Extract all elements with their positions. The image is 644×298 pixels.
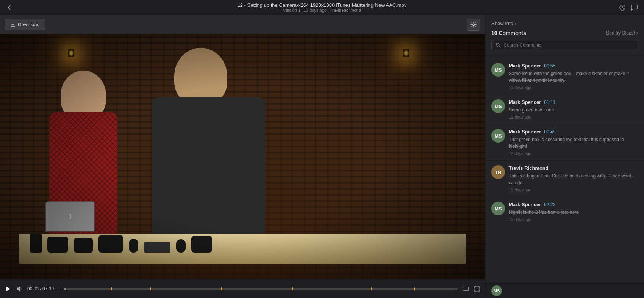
- show-info-label: Show Info: [491, 20, 513, 26]
- comment-date: 12 days ago: [509, 115, 638, 119]
- chat-button[interactable]: [630, 4, 638, 11]
- comment-header-row: Mark Spencer 02:22: [509, 202, 638, 207]
- sort-label: Sort by Oldest: [606, 30, 635, 36]
- comment-body: Travis Richmond This is a bug in Final C…: [509, 165, 638, 192]
- avatar: MS: [491, 129, 505, 143]
- expand-icon: [474, 285, 480, 292]
- laptop-screen: : [45, 201, 95, 232]
- file-subtitle: Version 1 | 13 days ago | Travis Richmon…: [238, 8, 407, 13]
- settings-button[interactable]: [467, 19, 480, 31]
- fullscreen-icon: [462, 285, 469, 292]
- top-bar-left: [6, 4, 13, 11]
- video-toolbar: Download: [0, 15, 485, 34]
- download-label: Download: [18, 22, 40, 27]
- comment-body: Mark Spencer 02:22 Highlight the 24fps f…: [509, 202, 638, 222]
- video-frame: : [0, 34, 485, 279]
- comment-text: That green box is obscuring the text tha…: [509, 136, 638, 150]
- svg-line-6: [499, 46, 501, 48]
- sort-button[interactable]: Sort by Oldest ›: [606, 30, 638, 36]
- comment-date: 12 days ago: [509, 85, 638, 90]
- comments-search[interactable]: [491, 40, 638, 50]
- camera-item-6: [144, 242, 170, 253]
- volume-button[interactable]: [16, 285, 23, 292]
- gear-icon: [470, 21, 477, 28]
- video-controls: 00:03 / 07:39 ÷: [0, 279, 485, 298]
- table-items: [30, 230, 455, 253]
- video-container[interactable]: : [0, 34, 485, 279]
- total-time: 07:39: [42, 286, 54, 292]
- comments-top-row: Show Info ›: [491, 20, 638, 26]
- file-title: L2 - Setting up the Camera-x264 1920x108…: [238, 2, 407, 8]
- comment-text: Same issue with the green box – make it …: [509, 70, 638, 84]
- comment-header-row: Mark Spencer 00:56: [509, 63, 638, 69]
- avatar: MS: [491, 63, 505, 77]
- show-info-button[interactable]: Show Info ›: [491, 20, 516, 26]
- comment-timestamp[interactable]: 01:11: [544, 100, 555, 105]
- play-icon: [5, 285, 11, 292]
- comment-timestamp[interactable]: 02:22: [544, 202, 555, 207]
- comment-date: 12 days ago: [509, 188, 638, 192]
- progress-marker-6: [414, 287, 415, 290]
- progress-marker-5: [371, 287, 372, 290]
- progress-bar-container[interactable]: [64, 288, 458, 290]
- comments-title-row: 10 Comments Sort by Oldest ›: [491, 30, 638, 36]
- fullscreen-button[interactable]: [462, 285, 469, 292]
- comment-author: Mark Spencer: [509, 129, 541, 135]
- user-avatar-small: MS: [491, 285, 502, 296]
- search-input[interactable]: [504, 42, 634, 48]
- comment-item: MS Mark Spencer 02:22 Highlight the 24fp…: [485, 197, 644, 227]
- light-left: [68, 49, 74, 57]
- top-bar-right: [619, 4, 638, 11]
- volume-icon: [16, 285, 23, 292]
- search-icon: [496, 42, 501, 48]
- sort-chevron: ›: [636, 30, 638, 36]
- show-info-chevron: ›: [515, 21, 516, 26]
- comment-body: Mark Spencer 01:11 Same green box issue …: [509, 99, 638, 119]
- top-bar-center: L2 - Setting up the Camera-x264 1920x108…: [238, 2, 407, 13]
- svg-point-1: [473, 24, 475, 25]
- camera-item-3: [74, 238, 93, 253]
- progress-marker-1: [111, 287, 112, 290]
- comment-header-row: Mark Spencer 00:48: [509, 129, 638, 135]
- back-button[interactable]: [6, 4, 13, 11]
- avatar: MS: [491, 99, 505, 113]
- comment-item: MS Mark Spencer 01:11 Same green box iss…: [485, 95, 644, 124]
- person-right-head: [174, 48, 227, 105]
- comment-item: MS Mark Spencer 00:48 That green box is …: [485, 124, 644, 161]
- comments-count: 10 Comments: [491, 30, 526, 36]
- comment-timestamp[interactable]: 00:48: [544, 129, 555, 135]
- history-button[interactable]: [619, 4, 626, 11]
- camera-item-4: [98, 235, 123, 253]
- play-button[interactable]: [5, 285, 11, 292]
- progress-marker-3: [221, 287, 222, 290]
- svg-marker-2: [6, 287, 10, 291]
- camera-item-1: [30, 234, 42, 253]
- comment-header-row: Mark Spencer 01:11: [509, 99, 638, 105]
- apple-logo: : [66, 213, 74, 221]
- comments-header: Show Info › 10 Comments Sort by Oldest ›: [485, 15, 644, 55]
- avatar: TR: [491, 165, 505, 179]
- svg-point-5: [496, 43, 499, 46]
- comment-body: Mark Spencer 00:48 That green box is obs…: [509, 129, 638, 156]
- progress-marker-2: [150, 287, 151, 290]
- comment-author: Travis Richmond: [509, 165, 549, 171]
- camera-item-5: [129, 239, 138, 253]
- comment-date: 12 days ago: [509, 217, 638, 222]
- camera-item-8: [191, 236, 212, 253]
- comment-body: Mark Spencer 00:56 Same issue with the g…: [509, 63, 638, 90]
- download-button[interactable]: Download: [5, 19, 45, 30]
- light-right: [403, 49, 409, 57]
- current-time: 00:03: [27, 286, 39, 292]
- progress-marker-4: [292, 287, 293, 290]
- expand-button[interactable]: [474, 285, 480, 292]
- time-adjust: ÷: [56, 286, 59, 292]
- avatar: MS: [491, 202, 505, 215]
- comments-list: MS Mark Spencer 00:56 Same issue with th…: [485, 55, 644, 283]
- bottom-user-bar: MS: [485, 283, 644, 298]
- comment-date: 12 days ago: [509, 151, 638, 156]
- progress-bar-fill: [64, 288, 66, 290]
- comment-text: This is a bug in Final Cut. I've been de…: [509, 173, 638, 186]
- time-display: 00:03 / 07:39 ÷: [27, 286, 59, 292]
- comment-timestamp[interactable]: 00:56: [544, 63, 555, 69]
- comment-author: Mark Spencer: [509, 202, 541, 207]
